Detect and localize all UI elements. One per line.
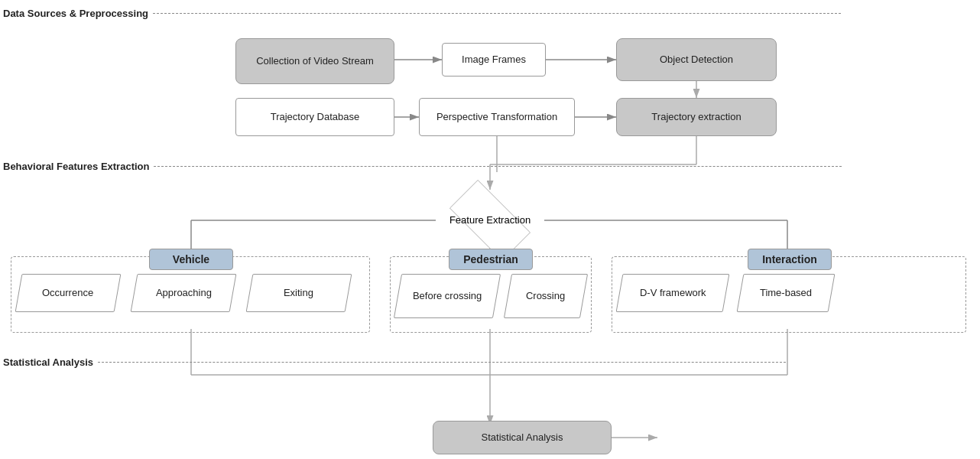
box-object-detection: Object Detection (616, 38, 777, 81)
box-time-based: Time-based (737, 274, 836, 312)
box-dv-framework: D-V framework (616, 274, 730, 312)
box-trajectory-db: Trajectory Database (235, 98, 394, 136)
box-occurrence: Occurrence (15, 274, 122, 312)
box-perspective: Perspective Transformation (419, 98, 575, 136)
section-data-sources: Data Sources & Preprocessing (3, 8, 841, 19)
box-pedestrian: Pedestrian (449, 249, 533, 270)
box-statistical-analysis: Statistical Analysis (433, 421, 612, 454)
box-exiting: Exiting (246, 274, 352, 312)
box-interaction: Interaction (748, 249, 832, 270)
box-trajectory-extraction: Trajectory extraction (616, 98, 777, 136)
box-vehicle: Vehicle (149, 249, 233, 270)
box-image-frames: Image Frames (442, 43, 546, 76)
box-collection: Collection of Video Stream (235, 38, 394, 84)
diagram-container: Data Sources & Preprocessing Collection … (0, 0, 980, 459)
box-approaching: Approaching (131, 274, 237, 312)
box-crossing: Crossing (504, 274, 588, 318)
section-statistical: Statistical Analysis (3, 356, 786, 368)
section-behavioral: Behavioral Features Extraction (3, 161, 842, 172)
diamond-label: Feature Extraction (449, 214, 531, 227)
box-before-crossing: Before crossing (394, 274, 501, 318)
diamond-feature-extraction: Feature Extraction (436, 190, 544, 251)
